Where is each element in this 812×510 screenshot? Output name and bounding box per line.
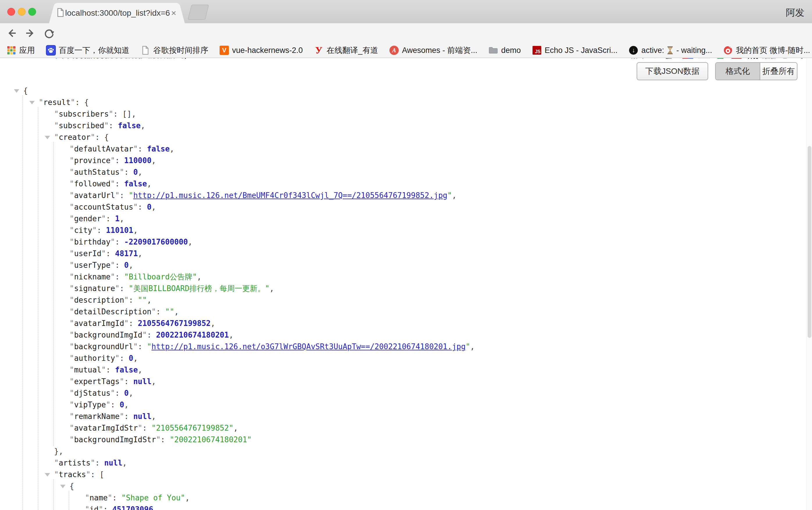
json-line: "vipType": 0, (0, 399, 805, 411)
json-key: backgroundImgId (74, 331, 143, 339)
bookmark-label: 在线翻译_有道 (327, 45, 378, 56)
format-button[interactable]: 格式化 (716, 63, 760, 80)
forward-button[interactable] (24, 27, 37, 39)
bookmark-item[interactable]: Vvue-hackernews-2.0 (219, 46, 303, 55)
collapse-toggle-icon[interactable] (14, 89, 19, 93)
json-value: 0 (129, 354, 134, 363)
bookmark-item[interactable]: ↓active:- waiting... (629, 46, 712, 55)
collapse-toggle-icon[interactable] (29, 101, 35, 104)
baidu-paw-icon (46, 46, 56, 55)
zoom-window-button[interactable] (28, 8, 36, 16)
json-key: avatarImgId (74, 319, 124, 328)
json-key: accountStatus (74, 203, 134, 211)
json-line: "subscribers": [], (0, 108, 805, 120)
json-line: "artists": null, (0, 457, 805, 469)
bookmark-label: Awesomes - 前端资... (402, 45, 477, 56)
json-key: signature (74, 284, 115, 293)
json-value: 451703096 (112, 505, 153, 510)
json-value: null (133, 377, 151, 386)
json-string-value: "" (165, 307, 174, 316)
bookmark-item[interactable]: 应用 (6, 45, 35, 56)
json-key: result (44, 98, 71, 107)
json-line: "city": 110101, (0, 224, 805, 236)
json-key: name (90, 493, 108, 502)
json-url-link[interactable]: http://p1.music.126.net/o3G7lWrGBQAvSRt3… (151, 342, 466, 351)
json-value: 0 (133, 168, 138, 177)
json-line: "province": 110000, (0, 155, 805, 166)
json-line: "backgroundUrl": "http://p1.music.126.ne… (0, 341, 805, 352)
bookmark-item[interactable]: 百度一下，你就知道 (46, 45, 129, 56)
bookmark-item[interactable]: У在线翻译_有道 (314, 45, 378, 56)
json-value: false (124, 179, 147, 188)
minimize-window-button[interactable] (18, 8, 26, 16)
bookmarks-bar: 应用百度一下，你就知道谷歌按时间排序Vvue-hackernews-2.0У在线… (0, 43, 812, 58)
collapse-toggle-icon[interactable] (60, 485, 65, 488)
json-key: province (74, 156, 111, 165)
bookmark-item[interactable]: 谷歌按时间排序 (141, 45, 208, 56)
json-line: "authority": 0, (0, 352, 805, 364)
tab-title: localhost:3000/top_list?idx=6 (64, 8, 171, 18)
json-key: description (74, 296, 124, 304)
json-value: -2209017600000 (124, 238, 188, 246)
json-value: 110000 (124, 156, 151, 165)
json-string-value: "2002210674180201" (170, 435, 252, 444)
json-line: "defaultAvatar": false, (0, 143, 805, 155)
json-line: "detailDescription": "", (0, 306, 805, 318)
json-key: tracks (59, 470, 86, 479)
collapse-all-button[interactable]: 折叠所有 (760, 63, 797, 80)
new-tab-button[interactable] (188, 5, 209, 20)
scrollbar-thumb[interactable] (808, 146, 811, 338)
json-line: "gender": 1, (0, 213, 805, 224)
page-icon (57, 8, 64, 18)
json-line: "backgroundImgIdStr": "2002210674180201" (0, 434, 805, 446)
bookmark-item[interactable]: 我的首页 微博-随时... (723, 45, 810, 56)
active-down-icon: ↓ (629, 46, 638, 55)
json-key: backgroundImgIdStr (74, 435, 156, 444)
tab-close-icon[interactable]: × (171, 9, 176, 18)
bookmark-item[interactable]: AAwesomes - 前端资... (389, 45, 477, 56)
bookmark-label: Echo JS - JavaScri... (545, 46, 618, 55)
browser-toolbar: localhost:3000/top_list?idx=6 英en⇄FET▶▶⛉… (0, 23, 812, 43)
json-key: followed (74, 179, 111, 188)
bookmark-label: 我的首页 微博-随时... (736, 45, 810, 56)
json-value: 2105564767199852 (138, 319, 210, 328)
reload-button[interactable] (42, 27, 55, 39)
json-string-value: "" (138, 296, 147, 304)
browser-tab[interactable]: localhost:3000/top_list?idx=6 × (56, 3, 178, 23)
json-url-link[interactable]: http://p1.music.126.net/BmeUMF4Cr0f343lC… (133, 191, 447, 200)
json-value: 0 (124, 389, 129, 397)
json-line: "userId": 48171, (0, 248, 805, 259)
json-string-value: "2105564767199852" (151, 424, 234, 432)
json-bracket: [ (100, 470, 105, 479)
json-key: userId (74, 249, 102, 258)
collapse-toggle-icon[interactable] (45, 136, 50, 139)
json-value: null (104, 458, 122, 467)
bookmark-label-suffix: - waiting... (676, 46, 712, 55)
bookmark-item[interactable]: JSEcho JS - JavaScri... (532, 46, 618, 55)
profile-name[interactable]: 阿发 (786, 6, 805, 19)
json-line: "birthday": -2209017600000, (0, 236, 805, 248)
json-string-value: "美国BILLBOARD排行榜，每周一更新。" (129, 284, 270, 293)
scrollbar-track[interactable] (807, 59, 812, 510)
json-tree: {"result": {"subscribers": [],"subscribe… (0, 85, 805, 510)
json-line: "signature": "美国BILLBOARD排行榜，每周一更新。", (0, 282, 805, 294)
json-line: "nickname": "Billboard公告牌", (0, 271, 805, 282)
json-line: "backgroundImgId": 2002210674180201, (0, 329, 805, 341)
json-key: creator (59, 133, 91, 142)
youdao-icon: У (314, 46, 324, 55)
json-line: "accountStatus": 0, (0, 201, 805, 213)
json-key: avatarImgIdStr (74, 424, 138, 432)
json-key: gender (74, 214, 102, 223)
close-window-button[interactable] (7, 8, 15, 16)
collapse-toggle-icon[interactable] (45, 473, 50, 477)
json-line: { (0, 85, 805, 96)
bookmark-item[interactable]: demo (488, 46, 521, 55)
back-button[interactable] (5, 27, 18, 39)
download-json-button[interactable]: 下载JSON数据 (637, 62, 708, 80)
json-key: birthday (74, 238, 111, 246)
json-value: 2002210674180201 (156, 331, 229, 339)
json-line: "creator": { (0, 131, 805, 143)
bookmark-label: 应用 (19, 45, 35, 56)
json-string-value: "Shape of You" (121, 493, 185, 502)
json-value: false (115, 365, 138, 374)
